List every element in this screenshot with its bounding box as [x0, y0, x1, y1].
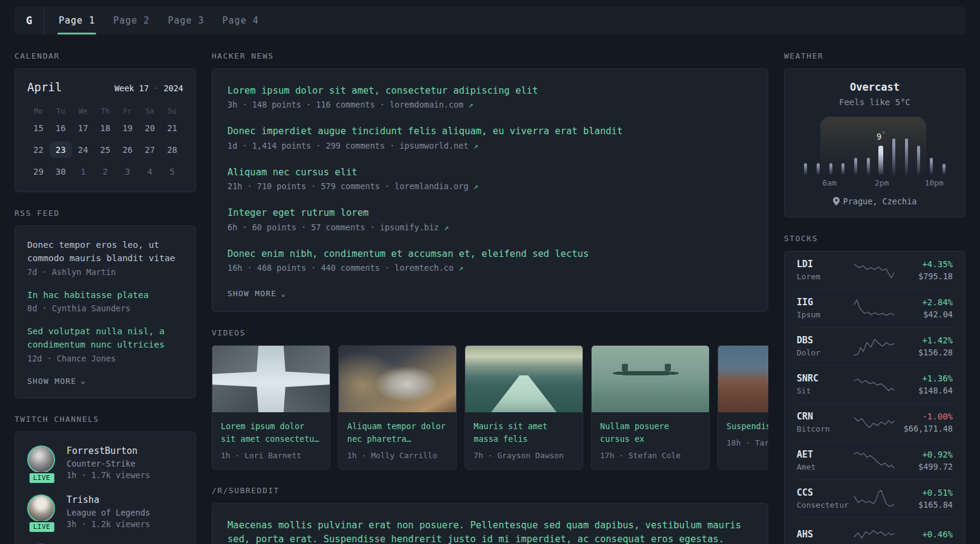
stock-sparkline [849, 525, 901, 544]
stock-change: +0.51% [901, 488, 953, 497]
rss-show-more-button[interactable]: SHOW MORE⌄ [27, 375, 86, 389]
hn-item: Aliquam nec cursus elit 21h · 710 points… [227, 166, 753, 191]
subreddit-section-label: /R/SUBREDDIT [212, 486, 768, 495]
hn-item-title[interactable]: Lorem ipsum dolor sit amet, consectetur … [227, 84, 753, 97]
middle-column: HACKER NEWS Lorem ipsum dolor sit amet, … [212, 51, 768, 544]
external-link-icon[interactable]: ↗ [468, 100, 473, 109]
calendar-day: 19 [116, 120, 139, 136]
calendar-day: 15 [27, 120, 50, 136]
live-badge: LIVE [28, 521, 56, 533]
reddit-post-title[interactable]: Maecenas mollis pulvinar erat non posuer… [227, 519, 753, 544]
page-tab-label: Page 3 [168, 15, 204, 26]
calendar-day-header: Su [161, 105, 183, 118]
twitch-widget: TWITCH CHANNELS LIVE ForrestBurton Count… [15, 415, 196, 544]
hn-item-title[interactable]: Donec imperdiet augue tincidunt felis al… [227, 125, 753, 138]
rss-item-title[interactable]: In hac habitasse platea [27, 289, 183, 302]
dot-separator: · [154, 83, 158, 93]
video-card[interactable]: Lorem ipsum dolor sit amet consectetu… 1… [212, 345, 330, 470]
stock-change: +0.46% [901, 529, 953, 539]
calendar-day: 5 [161, 163, 183, 180]
stock-ticker: DBS [797, 335, 849, 346]
calendar-day: 26 [116, 141, 139, 158]
avatar [27, 445, 55, 473]
hn-item-meta-text: 16h · 468 points · 440 comments · loremt… [227, 263, 454, 273]
page-tab[interactable]: Page 3 [166, 7, 205, 34]
video-card[interactable]: Aliquam tempor dolor nec pharetra… 1h · … [338, 345, 457, 470]
rss-item: Donec tempor eros leo, ut commodo mauris… [27, 239, 183, 277]
page-tab[interactable]: Page 2 [112, 7, 151, 34]
hn-section-label: HACKER NEWS [212, 51, 768, 60]
video-meta: 7h · Grayson Dawson [474, 451, 574, 460]
stock-change: +1.36% [901, 374, 953, 383]
stock-sparkline [849, 412, 901, 433]
calendar-day-header: Mo [27, 105, 50, 118]
video-card[interactable]: Nullam posuere cursus ex 17h · Stefan Co… [591, 345, 710, 470]
stock-price: $499.72 [901, 462, 953, 471]
stock-row[interactable]: SNRC Sit +1.36% $148.64 [797, 366, 953, 404]
subreddit-widget: /R/SUBREDDIT Maecenas mollis pulvinar er… [212, 486, 768, 544]
video-thumbnail [465, 346, 583, 412]
stock-row[interactable]: AHS +0.46% [797, 518, 953, 544]
weather-hour-bar [887, 138, 900, 175]
hacker-news-widget: HACKER NEWS Lorem ipsum dolor sit amet, … [212, 51, 768, 312]
stock-ticker: AET [797, 449, 849, 460]
hn-item-meta-text: 3h · 148 points · 116 comments · loremdo… [227, 100, 463, 109]
weather-hour-bar: 9° [875, 146, 887, 175]
hn-item-title[interactable]: Aliquam nec cursus elit [227, 166, 753, 179]
stock-row[interactable]: DBS Dolor +1.42% $156.28 [797, 328, 953, 366]
right-column: WEATHER Overcast Feels like 5°C 9° 6am2p… [784, 51, 965, 544]
calendar-widget: CALENDAR April Week 17 · 2024 MoTuWeThFr… [15, 51, 196, 192]
external-link-icon[interactable]: ↗ [444, 222, 449, 232]
video-card[interactable]: Mauris sit amet massa felis 7h · Grayson… [465, 345, 583, 470]
location-pin-icon [833, 197, 840, 206]
weather-card: Overcast Feels like 5°C 9° 6am2pm10pm Pr… [784, 68, 965, 218]
stock-change: -1.00% [901, 412, 953, 421]
hn-show-more-button[interactable]: SHOW MORE⌄ [227, 288, 286, 302]
external-link-icon[interactable]: ↗ [473, 141, 478, 151]
video-title: Aliquam tempor dolor nec pharetra… [347, 420, 448, 445]
page-tab[interactable]: Page 1 [57, 7, 96, 34]
twitch-channel-row[interactable]: LIVE ForrestBurton Counter-Strike 1h · 1… [27, 445, 183, 480]
calendar-day: 24 [72, 141, 94, 158]
twitch-channel-name[interactable]: ForrestBurton [67, 445, 150, 456]
stock-price: $66,171.48 [901, 424, 953, 433]
stock-row[interactable]: LDI Lorem +4.35% $795.18 [797, 251, 953, 290]
stock-row[interactable]: CCS Consectetur +0.51% $165.84 [797, 480, 953, 518]
page-tab-label: Page 2 [113, 15, 149, 26]
stock-row[interactable]: AET Amet +0.92% $499.72 [797, 442, 953, 480]
calendar-card: April Week 17 · 2024 MoTuWeThFrSaSu 1516… [15, 68, 196, 192]
app-logo: G [15, 7, 44, 34]
rss-item-meta: 7d · Ashlyn Martin [27, 267, 183, 277]
stock-row[interactable]: CRN Bitcorn -1.00% $66,171.48 [797, 404, 953, 442]
weather-hour-bar [799, 163, 812, 175]
twitch-channel-row[interactable]: LIVE Trisha League of Legends 3h · 1.2k … [27, 494, 183, 529]
page-tab-label: Page 1 [59, 15, 95, 26]
stock-ticker: CRN [797, 411, 849, 422]
rss-item-title[interactable]: Donec tempor eros leo, ut commodo mauris… [27, 239, 183, 265]
stock-sparkline [849, 298, 901, 319]
videos-section-label: VIDEOS [212, 328, 768, 337]
twitch-channel-name[interactable]: Trisha [67, 494, 150, 505]
rss-section-label: RSS FEED [15, 209, 196, 218]
calendar-day-header: Th [94, 105, 117, 118]
video-title: Mauris sit amet massa felis [474, 420, 574, 445]
video-card[interactable]: Suspendisse diam 18h · Tara [717, 345, 768, 470]
hn-item-title[interactable]: Integer eget rutrum lorem [227, 206, 753, 219]
calendar-day: 25 [94, 141, 117, 158]
calendar-day: 18 [94, 120, 117, 136]
hn-item-meta-text: 1d · 1,414 points · 299 comments · ipsum… [227, 141, 468, 151]
video-meta: 1h · Molly Carrillo [347, 451, 448, 460]
video-title: Lorem ipsum dolor sit amet consectetu… [221, 420, 321, 445]
topbar: G Page 1Page 2Page 3Page 4 [15, 7, 965, 34]
page-tab[interactable]: Page 4 [221, 7, 260, 34]
rss-item-title[interactable]: Sed volutpat nulla nisl, a condimentum n… [27, 325, 183, 352]
video-title: Nullam posuere cursus ex [600, 420, 701, 445]
hn-item-title[interactable]: Donec enim nibh, condimentum et accumsan… [227, 247, 753, 261]
video-thumbnail [212, 346, 330, 412]
external-link-icon[interactable]: ↗ [459, 263, 463, 273]
rss-item-meta: 12d · Chance Jones [27, 354, 183, 363]
external-link-icon[interactable]: ↗ [473, 181, 478, 191]
stock-row[interactable]: IIG Ipsum +2.84% $42.04 [797, 290, 953, 328]
stocks-card: LDI Lorem +4.35% $795.18 IIG Ipsum +2.84… [784, 251, 965, 544]
weather-hour-bar [900, 138, 913, 175]
